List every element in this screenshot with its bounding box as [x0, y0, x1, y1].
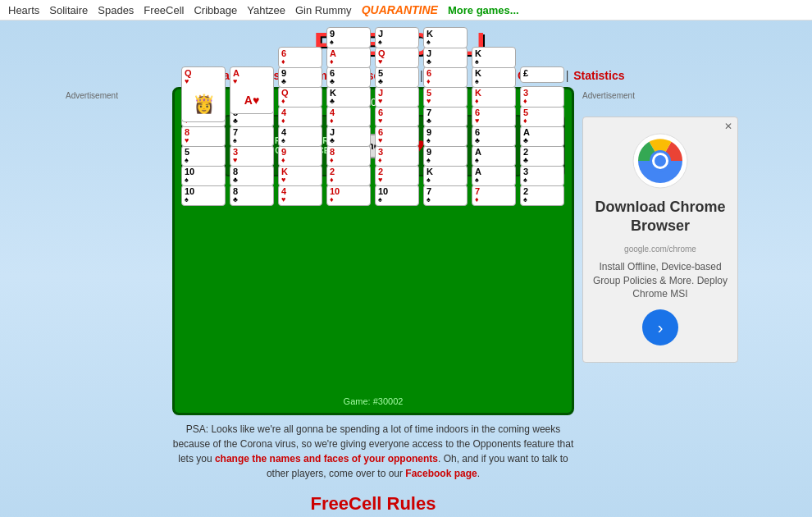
- card[interactable]: 9♠: [326, 27, 371, 48]
- card[interactable]: 6♥: [375, 126, 419, 147]
- rules-section: FreeCell Rules The different piles: [172, 493, 574, 517]
- card[interactable]: 7♦: [472, 185, 516, 206]
- card[interactable]: K♥: [278, 165, 322, 186]
- nav-more-games[interactable]: More games...: [448, 4, 519, 16]
- card-column-4: 10♦ 2♦ 8♦ J♣ 4♦ K♣ 6♣ A♦ 9♠: [326, 185, 372, 390]
- card[interactable]: 8♥: [181, 126, 226, 147]
- ad-text: Install Offline, Device-based Group Poli…: [591, 260, 729, 301]
- card[interactable]: Q♦: [278, 86, 322, 108]
- card[interactable]: J♣: [423, 47, 468, 68]
- card[interactable]: 5♥: [423, 86, 468, 108]
- card[interactable]: 6♣: [326, 66, 371, 88]
- card[interactable]: 4♦: [278, 106, 322, 127]
- columns-area: 10♠ 10♠ 5♠ 8♥ J♦ 9♥ Q♥👸 8♣ 8♣ 3♥ 7♠ 5♣ Q…: [181, 185, 565, 390]
- card-column-5: 10♠ 2♥ 3♦ 6♥ 6♥ J♥ 5♣ Q♥ J♠: [375, 185, 420, 390]
- card[interactable]: K♣: [326, 86, 371, 108]
- left-advertisement: Advertisement: [66, 87, 164, 517]
- card[interactable]: 10♠: [181, 185, 226, 206]
- card[interactable]: A♥A♥: [230, 66, 274, 114]
- card-column-1: 10♠ 10♠ 5♠ 8♥ J♦ 9♥ Q♥👸: [181, 185, 226, 390]
- nav-solitaire[interactable]: Solitaire: [49, 4, 88, 16]
- svg-point-4: [655, 155, 666, 167]
- card[interactable]: 8♦: [326, 145, 371, 167]
- nav-hearts[interactable]: Hearts: [8, 4, 39, 16]
- right-ad-label: Advertisement: [582, 91, 746, 100]
- card[interactable]: J♣: [326, 126, 371, 147]
- card[interactable]: 3♠: [520, 165, 564, 186]
- rules-title: FreeCell Rules: [172, 493, 574, 515]
- card[interactable]: 10♠: [181, 165, 226, 186]
- card[interactable]: 9♠: [423, 145, 468, 167]
- card[interactable]: 8♣: [230, 165, 274, 186]
- card[interactable]: 9♣: [278, 66, 322, 88]
- nav-quarantine[interactable]: QUARANTINE: [362, 3, 438, 16]
- card[interactable]: A♠: [472, 145, 516, 167]
- card[interactable]: 5♦: [520, 106, 564, 127]
- card-column-6: 7♠ K♠ 9♠ 9♠ 7♣ 5♥ 6♦ J♣ K♠: [423, 185, 468, 390]
- card[interactable]: A♦: [326, 47, 371, 68]
- card[interactable]: 2♦: [326, 165, 371, 186]
- card[interactable]: 10♦: [326, 185, 371, 206]
- game-container: 00:06 | 0 Moves FREECELL FREECELL FREECE…: [172, 87, 574, 517]
- card[interactable]: 6♦: [423, 66, 468, 88]
- nav-spades[interactable]: Spades: [98, 4, 134, 16]
- card[interactable]: £: [520, 66, 564, 83]
- ad-source-label: google.com/chrome: [591, 245, 729, 254]
- card[interactable]: K♦: [472, 86, 516, 108]
- ad-block: ✕ Download Chrome Browser goog: [582, 117, 738, 363]
- psa-link-facebook[interactable]: Facebook page: [405, 468, 477, 479]
- main-layout: Advertisement 00:06 | 0 Moves FREECELL F…: [0, 87, 812, 517]
- card[interactable]: K♠: [472, 47, 516, 68]
- card[interactable]: 4♠: [278, 126, 322, 147]
- card[interactable]: K♠: [472, 66, 516, 88]
- card[interactable]: 6♣: [472, 126, 516, 147]
- card[interactable]: 3♦: [375, 145, 419, 167]
- card[interactable]: 6♥: [375, 106, 419, 127]
- card[interactable]: 7♣: [423, 106, 468, 127]
- card[interactable]: Q♥👸: [181, 66, 226, 122]
- card[interactable]: 9♦: [278, 145, 322, 167]
- card[interactable]: 3♥: [230, 145, 274, 167]
- nav-statistics[interactable]: Statistics: [573, 69, 624, 82]
- nav-cribbage[interactable]: Cribbage: [194, 4, 237, 16]
- card[interactable]: A♣: [520, 126, 564, 147]
- card[interactable]: 5♠: [181, 145, 226, 167]
- card[interactable]: 2♠: [520, 185, 564, 206]
- card-column-3: 4♥ K♥ 9♦ 4♠ 4♦ Q♦ 9♣ 6♦: [278, 185, 323, 390]
- card[interactable]: 7♠: [230, 126, 274, 147]
- card[interactable]: 5♣: [375, 66, 419, 88]
- card[interactable]: A♠: [472, 165, 516, 186]
- top-navigation: Hearts Solitaire Spades FreeCell Cribbag…: [0, 0, 812, 21]
- ad-button[interactable]: ›: [642, 309, 678, 345]
- card[interactable]: Q♥: [375, 47, 419, 68]
- right-advertisement: Advertisement ✕ Download: [582, 87, 746, 517]
- card[interactable]: K♠: [423, 27, 468, 48]
- ad-close-button[interactable]: ✕: [724, 121, 732, 132]
- card[interactable]: 9♠: [423, 126, 468, 147]
- ad-title: Download Chrome Browser: [591, 198, 729, 236]
- nav-freecell[interactable]: FreeCell: [144, 4, 184, 16]
- card[interactable]: 2♣: [520, 145, 564, 167]
- card[interactable]: 2♥: [375, 165, 419, 186]
- card[interactable]: 4♦: [326, 106, 371, 127]
- card[interactable]: 3♦: [520, 86, 564, 108]
- card[interactable]: 10♠: [375, 185, 419, 206]
- card[interactable]: 6♥: [472, 106, 516, 127]
- card[interactable]: J♠: [375, 27, 419, 48]
- card[interactable]: 4♥: [278, 185, 322, 206]
- psa-text-end: .: [477, 468, 480, 479]
- card[interactable]: 7♠: [423, 185, 468, 206]
- card[interactable]: K♠: [423, 165, 468, 186]
- sep: |: [566, 69, 573, 82]
- card[interactable]: 6♦: [278, 47, 322, 68]
- card[interactable]: J♥: [375, 86, 419, 108]
- nav-gin-rummy[interactable]: Gin Rummy: [295, 4, 352, 16]
- card-column-7: 7♦ A♠ A♠ 6♣ 6♥ K♦ K♠ K♠: [472, 185, 517, 390]
- left-ad-label: Advertisement: [66, 91, 118, 100]
- game-number: Game: #30002: [181, 396, 565, 406]
- nav-yahtzee[interactable]: Yahtzee: [247, 4, 285, 16]
- psa-section: PSA: Looks like we're all gonna be spend…: [172, 422, 574, 481]
- psa-link-opponents[interactable]: change the names and faces of your oppon…: [215, 453, 438, 464]
- chrome-logo: [632, 132, 689, 190]
- card[interactable]: 8♣: [230, 185, 274, 206]
